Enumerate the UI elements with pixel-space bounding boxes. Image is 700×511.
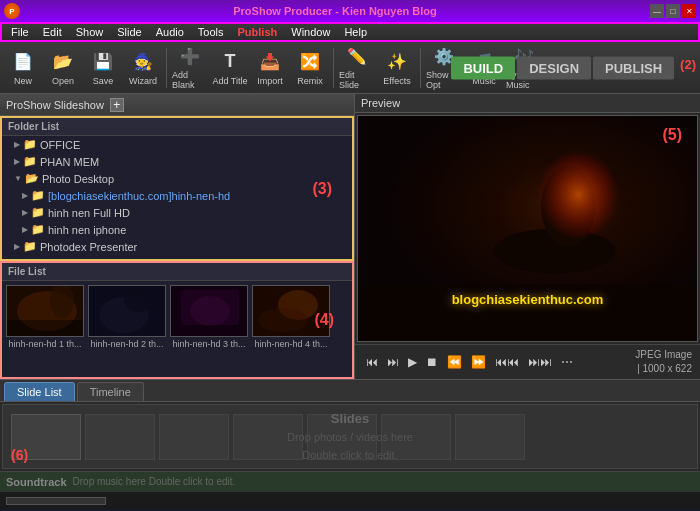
svg-rect-18 [358, 116, 697, 341]
prev-first-button[interactable]: ⏮⏮ [492, 354, 522, 370]
slides-hint1: Drop photos / videos here [287, 429, 413, 447]
folder-item-phanmem[interactable]: ▶ 📁 PHAN MEM [2, 153, 352, 170]
menu-help[interactable]: Help [337, 24, 374, 40]
folder-list[interactable]: Folder List ▶ 📁 OFFICE ▶ 📁 PHAN MEM ▼ 📂 … [0, 116, 354, 261]
folder-item-fullhd[interactable]: ▶ 📁 hinh nen Full HD [2, 204, 352, 221]
folder-item-office[interactable]: ▶ 📁 OFFICE [2, 136, 352, 153]
open-icon: 📂 [51, 50, 75, 74]
prev-more-button[interactable]: ⋯ [558, 354, 576, 370]
add-blank-icon: ➕ [178, 46, 202, 68]
tab-slide-list[interactable]: Slide List [4, 382, 75, 401]
prev-back-button[interactable]: ⏭ [384, 354, 402, 370]
add-blank-button[interactable]: ➕ Add Blank [171, 45, 209, 91]
file-label-4: hinh-nen-hd 4 th... [252, 339, 330, 349]
annotation-3: (3) [312, 180, 332, 198]
slide-tabs: Slide List Timeline [0, 380, 700, 402]
maximize-button[interactable]: □ [666, 4, 680, 18]
file-item-2[interactable]: hinh-nen-hd 2 th... [88, 285, 166, 367]
menu-publish[interactable]: Publish [231, 24, 285, 40]
menu-file[interactable]: File [4, 24, 36, 40]
toolbar-separator-1 [166, 48, 167, 88]
save-label: Save [93, 76, 114, 86]
preview-scene: (5) [358, 116, 697, 341]
publish-mode-button[interactable]: PUBLISH [593, 56, 674, 79]
slides-title: Slides [287, 409, 413, 430]
effects-button[interactable]: ✨ Effects [378, 45, 416, 91]
slide-slot-3[interactable] [159, 414, 229, 460]
prev-forward-button[interactable]: ⏩ [468, 354, 489, 370]
folder-icon: 📁 [31, 206, 45, 219]
preview-playback-buttons: ⏮ ⏭ ▶ ⏹ ⏪ ⏩ ⏮⏮ ⏭⏭ ⋯ [363, 354, 576, 370]
menu-audio[interactable]: Audio [149, 24, 191, 40]
svg-point-6 [124, 288, 154, 312]
status-bar [0, 491, 700, 509]
annotation-2: (2) [680, 56, 696, 79]
folder-name: PHAN MEM [40, 156, 99, 168]
preview-image: (5) blogchiasekienthuc.com [358, 116, 697, 341]
design-mode-button[interactable]: DESIGN [517, 56, 591, 79]
folder-icon: 📂 [25, 172, 39, 185]
app-title: ProShow Producer - Kien Nguyen Blog [20, 5, 650, 17]
file-list[interactable]: File List hinh-nen-hd 1 th... [0, 261, 354, 379]
expand-icon: ▶ [14, 242, 20, 251]
prev-start-button[interactable]: ⏮ [363, 354, 381, 370]
save-button[interactable]: 💾 Save [84, 45, 122, 91]
menu-bar: File Edit Show Slide Audio Tools Publish… [0, 22, 700, 42]
slide-slot-7[interactable] [455, 414, 525, 460]
build-mode-button[interactable]: BUILD [451, 56, 515, 79]
tab-timeline[interactable]: Timeline [77, 382, 144, 401]
folder-icon: 📁 [23, 155, 37, 168]
menu-tools[interactable]: Tools [191, 24, 231, 40]
folder-item-photodex[interactable]: ▶ 📁 Photodex Presenter [2, 238, 352, 255]
menu-window[interactable]: Window [284, 24, 337, 40]
expand-icon: ▶ [22, 208, 28, 217]
menu-show[interactable]: Show [69, 24, 111, 40]
folder-item-photodesktop[interactable]: ▼ 📂 Photo Desktop [2, 170, 352, 187]
add-title-button[interactable]: T Add Title [211, 45, 249, 91]
right-panel: Preview [355, 94, 700, 379]
open-button[interactable]: 📂 Open [44, 45, 82, 91]
folder-name: Photodex Presenter [40, 241, 137, 253]
close-button[interactable]: ✕ [682, 4, 696, 18]
preview-controls: ⏮ ⏭ ▶ ⏹ ⏪ ⏩ ⏮⏮ ⏭⏭ ⋯ JPEG Image | 1000 x … [355, 344, 700, 379]
proshow-slideshow-header: ProShow Slideshow + [0, 94, 354, 116]
slide-slot-2[interactable] [85, 414, 155, 460]
folder-item-iphone[interactable]: ▶ 📁 hinh nen iphone [2, 221, 352, 238]
remix-button[interactable]: 🔀 Remix [291, 45, 329, 91]
file-item-1[interactable]: hinh-nen-hd 1 th... [6, 285, 84, 367]
slide-area: Slides Drop photos / videos here Double … [2, 404, 698, 469]
menu-edit[interactable]: Edit [36, 24, 69, 40]
folder-name: hinh nen iphone [48, 224, 126, 236]
save-icon: 💾 [91, 50, 115, 74]
edit-slide-icon: ✏️ [345, 46, 369, 68]
bottom-section: Slide List Timeline Slides Drop photos /… [0, 379, 700, 491]
wizard-button[interactable]: 🧙 Wizard [124, 45, 162, 91]
window-controls: — □ ✕ [650, 4, 696, 18]
folder-list-header: Folder List [2, 118, 352, 136]
import-button[interactable]: 📥 Import [251, 45, 289, 91]
soundtrack-label: Soundtrack [6, 476, 67, 488]
minimize-button[interactable]: — [650, 4, 664, 18]
svg-point-9 [190, 296, 230, 326]
status-progress-bar [6, 497, 106, 505]
prev-stop-button[interactable]: ⏹ [423, 354, 441, 370]
prev-play-button[interactable]: ▶ [405, 354, 420, 370]
file-item-3[interactable]: hinh-nen-hd 3 th... [170, 285, 248, 367]
add-slideshow-button[interactable]: + [110, 98, 124, 112]
folder-item-blog-hinhnen[interactable]: ▶ 📁 [blogchiasekienthuc.com]hinh-nen-hd [2, 187, 352, 204]
edit-slide-label: Edit Slide [339, 70, 375, 90]
soundtrack: Soundtrack Drop music here Double click … [0, 471, 700, 491]
folder-icon: 📁 [23, 138, 37, 151]
prev-last-button[interactable]: ⏭⏭ [525, 354, 555, 370]
prev-rewind-button[interactable]: ⏪ [444, 354, 465, 370]
edit-slide-button[interactable]: ✏️ Edit Slide [338, 45, 376, 91]
annotation-4: (4) [314, 311, 334, 329]
import-label: Import [257, 76, 283, 86]
menu-slide[interactable]: Slide [110, 24, 148, 40]
effects-label: Effects [383, 76, 410, 86]
slides-content[interactable]: Slides Drop photos / videos here Double … [3, 405, 697, 468]
svg-point-12 [258, 308, 308, 332]
preview-info: JPEG Image | 1000 x 622 [635, 348, 692, 376]
new-button[interactable]: 📄 New [4, 45, 42, 91]
remix-icon: 🔀 [298, 50, 322, 74]
